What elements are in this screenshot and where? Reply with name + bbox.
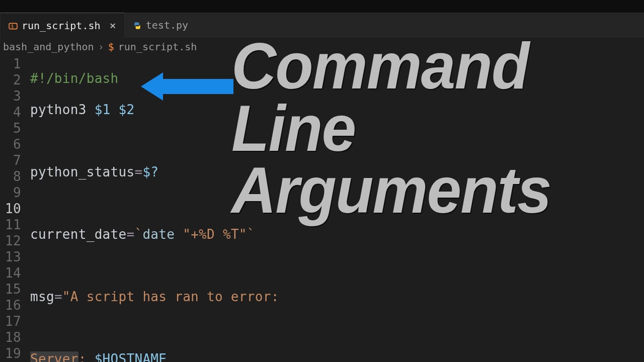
line-number-gutter: 1 2 3 4 5 6 7 8 9 10 11 12 13 14 15 16 1… — [0, 56, 30, 362]
line-number: 6 — [0, 136, 21, 152]
overlay-title-line: Line — [231, 98, 551, 160]
arrow-left-icon — [141, 72, 163, 101]
line-number: 7 — [0, 152, 21, 168]
line-number: 9 — [0, 185, 21, 201]
close-icon[interactable]: × — [110, 19, 116, 32]
line-number: 18 — [0, 329, 21, 345]
code-line — [30, 320, 644, 336]
tab-test-py[interactable]: test.py — [125, 13, 196, 38]
code-line: msg="A script has ran to error: — [30, 289, 644, 305]
line-number: 13 — [0, 249, 21, 265]
shell-file-icon: $ — [108, 41, 114, 53]
line-number: 8 — [0, 168, 21, 185]
text-selection: Server — [30, 351, 78, 362]
python-file-icon — [133, 21, 142, 30]
chevron-right-icon: › — [98, 41, 104, 53]
line-number: 3 — [0, 88, 21, 104]
line-number: 11 — [0, 217, 21, 233]
line-number: 15 — [0, 281, 21, 297]
breadcrumb-folder: bash_and_python — [3, 41, 94, 53]
line-number: 16 — [0, 297, 21, 313]
breadcrumb-file: run_script.sh — [118, 41, 197, 53]
code-line — [30, 258, 644, 274]
shell-file-icon: $ — [9, 21, 18, 30]
line-number: 1 — [0, 56, 21, 72]
overlay-title-line: Command — [231, 35, 551, 98]
tab-label: run_script.sh — [22, 20, 101, 32]
code-line: Server: $HOSTNAME — [30, 351, 644, 362]
title-bar — [0, 0, 644, 13]
line-number: 10 — [0, 201, 21, 217]
line-number: 14 — [0, 265, 21, 281]
arrow-shaft — [163, 79, 233, 94]
svg-text:$: $ — [11, 24, 14, 29]
line-number: 2 — [0, 72, 21, 88]
line-number: 4 — [0, 104, 21, 120]
overlay-title-line: Arguments — [231, 159, 551, 222]
line-number: 5 — [0, 120, 21, 136]
line-number: 19 — [0, 345, 21, 361]
arrow-callout — [141, 72, 233, 101]
tab-label: test.py — [146, 19, 188, 31]
tab-run-script[interactable]: $ run_script.sh × — [0, 13, 125, 38]
overlay-title: Command Line Arguments — [231, 35, 551, 222]
code-line: current_date=`date "+%D %T"` — [30, 227, 644, 243]
line-number: 12 — [0, 233, 21, 249]
line-number: 17 — [0, 313, 21, 329]
